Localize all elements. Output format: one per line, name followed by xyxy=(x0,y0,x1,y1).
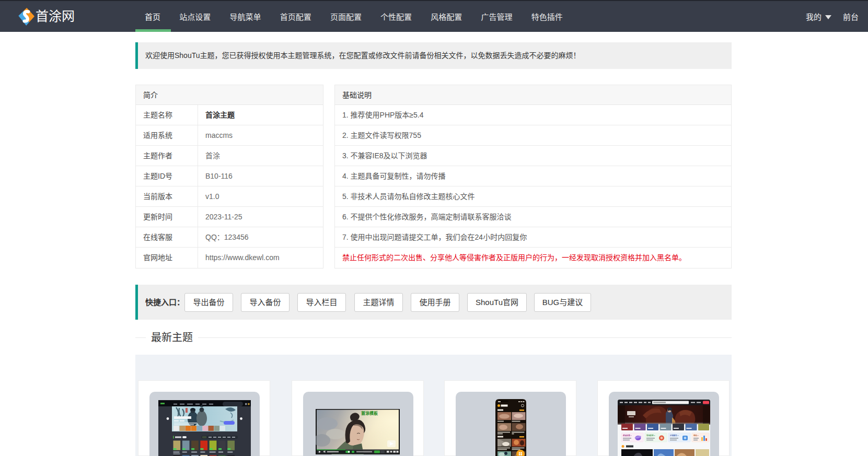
svg-text:常用菜单 >: 常用菜单 > xyxy=(646,434,655,437)
svg-text:首涂模板: 首涂模板 xyxy=(361,411,378,416)
svg-text:帮助 >: 帮助 > xyxy=(693,434,699,437)
svg-text:模板配置 >: 模板配置 > xyxy=(623,434,632,437)
svg-text:定制服务 >: 定制服务 > xyxy=(669,434,679,437)
